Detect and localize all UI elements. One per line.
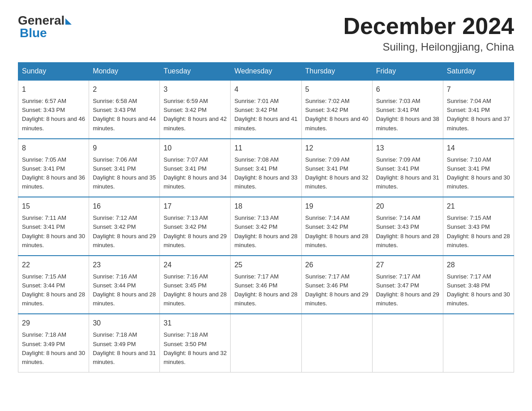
table-row: 1 Sunrise: 6:57 AMSunset: 3:43 PMDayligh… [18, 80, 89, 139]
table-row: 27 Sunrise: 7:17 AMSunset: 3:47 PMDaylig… [372, 256, 443, 314]
day-number: 9 [93, 143, 156, 154]
table-row: 30 Sunrise: 7:18 AMSunset: 3:49 PMDaylig… [89, 314, 160, 372]
day-info: Sunrise: 7:16 AMSunset: 3:45 PMDaylight:… [163, 273, 227, 307]
day-number: 2 [93, 84, 156, 95]
calendar-week-row: 22 Sunrise: 7:15 AMSunset: 3:44 PMDaylig… [18, 256, 514, 314]
table-row: 24 Sunrise: 7:16 AMSunset: 3:45 PMDaylig… [160, 256, 231, 314]
table-row: 9 Sunrise: 7:06 AMSunset: 3:41 PMDayligh… [89, 139, 160, 197]
table-row: 12 Sunrise: 7:09 AMSunset: 3:41 PMDaylig… [301, 139, 372, 197]
header-saturday: Saturday [443, 63, 514, 81]
day-number: 14 [447, 143, 510, 154]
table-row: 31 Sunrise: 7:18 AMSunset: 3:50 PMDaylig… [160, 314, 231, 372]
day-info: Sunrise: 7:18 AMSunset: 3:50 PMDaylight:… [163, 331, 227, 365]
day-info: Sunrise: 7:17 AMSunset: 3:48 PMDaylight:… [447, 273, 510, 307]
calendar-header-row: Sunday Monday Tuesday Wednesday Thursday… [18, 63, 514, 81]
header-tuesday: Tuesday [160, 63, 231, 81]
day-info: Sunrise: 7:02 AMSunset: 3:42 PMDaylight:… [305, 98, 369, 131]
calendar-week-row: 8 Sunrise: 7:05 AMSunset: 3:41 PMDayligh… [18, 139, 514, 197]
calendar-week-row: 1 Sunrise: 6:57 AMSunset: 3:43 PMDayligh… [18, 80, 514, 139]
calendar-week-row: 29 Sunrise: 7:18 AMSunset: 3:49 PMDaylig… [18, 314, 514, 372]
day-number: 24 [163, 260, 227, 270]
table-row: 2 Sunrise: 6:58 AMSunset: 3:43 PMDayligh… [89, 80, 160, 139]
day-info: Sunrise: 7:06 AMSunset: 3:41 PMDaylight:… [93, 156, 156, 190]
calendar-table: Sunday Monday Tuesday Wednesday Thursday… [18, 62, 514, 372]
day-info: Sunrise: 7:18 AMSunset: 3:49 PMDaylight:… [22, 331, 85, 365]
logo: General Blue [18, 13, 72, 40]
table-row: 18 Sunrise: 7:13 AMSunset: 3:42 PMDaylig… [231, 197, 301, 256]
day-info: Sunrise: 7:04 AMSunset: 3:41 PMDaylight:… [447, 98, 510, 131]
table-row: 21 Sunrise: 7:15 AMSunset: 3:43 PMDaylig… [443, 197, 514, 256]
day-info: Sunrise: 7:14 AMSunset: 3:43 PMDaylight:… [376, 214, 439, 248]
table-row: 13 Sunrise: 7:09 AMSunset: 3:41 PMDaylig… [372, 139, 443, 197]
page-header: General Blue December 2024 Suiling, Heil… [18, 13, 514, 53]
day-number: 8 [22, 143, 85, 154]
day-info: Sunrise: 6:59 AMSunset: 3:42 PMDaylight:… [163, 98, 227, 131]
table-row: 7 Sunrise: 7:04 AMSunset: 3:41 PMDayligh… [443, 80, 514, 139]
day-info: Sunrise: 7:13 AMSunset: 3:42 PMDaylight:… [163, 214, 227, 248]
table-row: 6 Sunrise: 7:03 AMSunset: 3:41 PMDayligh… [372, 80, 443, 139]
day-info: Sunrise: 7:14 AMSunset: 3:42 PMDaylight:… [305, 214, 369, 248]
day-number: 23 [93, 260, 156, 270]
day-info: Sunrise: 7:13 AMSunset: 3:42 PMDaylight:… [234, 214, 297, 248]
day-info: Sunrise: 7:18 AMSunset: 3:49 PMDaylight:… [93, 331, 156, 365]
day-number: 20 [376, 201, 439, 212]
day-number: 16 [93, 201, 156, 212]
day-number: 10 [163, 143, 227, 154]
day-info: Sunrise: 7:10 AMSunset: 3:41 PMDaylight:… [447, 156, 510, 190]
day-number: 29 [22, 318, 85, 329]
day-info: Sunrise: 7:09 AMSunset: 3:41 PMDaylight:… [305, 156, 369, 190]
day-info: Sunrise: 7:15 AMSunset: 3:43 PMDaylight:… [447, 214, 510, 248]
day-number: 19 [305, 201, 369, 212]
day-info: Sunrise: 7:09 AMSunset: 3:41 PMDaylight:… [376, 156, 439, 190]
day-number: 27 [376, 260, 439, 270]
table-row: 17 Sunrise: 7:13 AMSunset: 3:42 PMDaylig… [160, 197, 231, 256]
day-info: Sunrise: 7:16 AMSunset: 3:44 PMDaylight:… [93, 273, 156, 307]
day-info: Sunrise: 7:05 AMSunset: 3:41 PMDaylight:… [22, 156, 85, 190]
day-info: Sunrise: 6:57 AMSunset: 3:43 PMDaylight:… [22, 98, 85, 131]
day-info: Sunrise: 7:17 AMSunset: 3:46 PMDaylight:… [234, 273, 297, 307]
table-row: 8 Sunrise: 7:05 AMSunset: 3:41 PMDayligh… [18, 139, 89, 197]
header-wednesday: Wednesday [231, 63, 301, 81]
day-number: 15 [22, 201, 85, 212]
table-row: 25 Sunrise: 7:17 AMSunset: 3:46 PMDaylig… [231, 256, 301, 314]
table-row: 23 Sunrise: 7:16 AMSunset: 3:44 PMDaylig… [89, 256, 160, 314]
table-row: 10 Sunrise: 7:07 AMSunset: 3:41 PMDaylig… [160, 139, 231, 197]
header-monday: Monday [89, 63, 160, 81]
day-info: Sunrise: 7:11 AMSunset: 3:41 PMDaylight:… [22, 214, 85, 248]
day-info: Sunrise: 7:15 AMSunset: 3:44 PMDaylight:… [22, 273, 85, 307]
title-block: December 2024 Suiling, Heilongjiang, Chi… [343, 13, 514, 53]
day-number: 12 [305, 143, 369, 154]
day-info: Sunrise: 7:03 AMSunset: 3:41 PMDaylight:… [376, 98, 439, 131]
day-number: 1 [22, 84, 85, 95]
day-info: Sunrise: 7:01 AMSunset: 3:42 PMDaylight:… [234, 98, 297, 131]
table-row [301, 314, 372, 372]
logo-blue-text: Blue [20, 26, 47, 40]
header-friday: Friday [372, 63, 443, 81]
table-row: 29 Sunrise: 7:18 AMSunset: 3:49 PMDaylig… [18, 314, 89, 372]
calendar-week-row: 15 Sunrise: 7:11 AMSunset: 3:41 PMDaylig… [18, 197, 514, 256]
month-title: December 2024 [343, 13, 514, 39]
day-number: 31 [163, 318, 227, 329]
table-row: 14 Sunrise: 7:10 AMSunset: 3:41 PMDaylig… [443, 139, 514, 197]
day-number: 3 [163, 84, 227, 95]
day-number: 25 [234, 260, 297, 270]
day-number: 21 [447, 201, 510, 212]
table-row: 22 Sunrise: 7:15 AMSunset: 3:44 PMDaylig… [18, 256, 89, 314]
table-row: 28 Sunrise: 7:17 AMSunset: 3:48 PMDaylig… [443, 256, 514, 314]
day-info: Sunrise: 7:17 AMSunset: 3:46 PMDaylight:… [305, 273, 369, 307]
day-info: Sunrise: 7:17 AMSunset: 3:47 PMDaylight:… [376, 273, 439, 307]
table-row: 15 Sunrise: 7:11 AMSunset: 3:41 PMDaylig… [18, 197, 89, 256]
table-row: 16 Sunrise: 7:12 AMSunset: 3:42 PMDaylig… [89, 197, 160, 256]
table-row [231, 314, 301, 372]
day-number: 18 [234, 201, 297, 212]
day-info: Sunrise: 7:08 AMSunset: 3:41 PMDaylight:… [234, 156, 297, 190]
day-number: 7 [447, 84, 510, 95]
day-number: 6 [376, 84, 439, 95]
table-row: 26 Sunrise: 7:17 AMSunset: 3:46 PMDaylig… [301, 256, 372, 314]
day-number: 13 [376, 143, 439, 154]
day-number: 30 [93, 318, 156, 329]
day-number: 17 [163, 201, 227, 212]
table-row: 20 Sunrise: 7:14 AMSunset: 3:43 PMDaylig… [372, 197, 443, 256]
day-number: 11 [234, 143, 297, 154]
table-row: 19 Sunrise: 7:14 AMSunset: 3:42 PMDaylig… [301, 197, 372, 256]
